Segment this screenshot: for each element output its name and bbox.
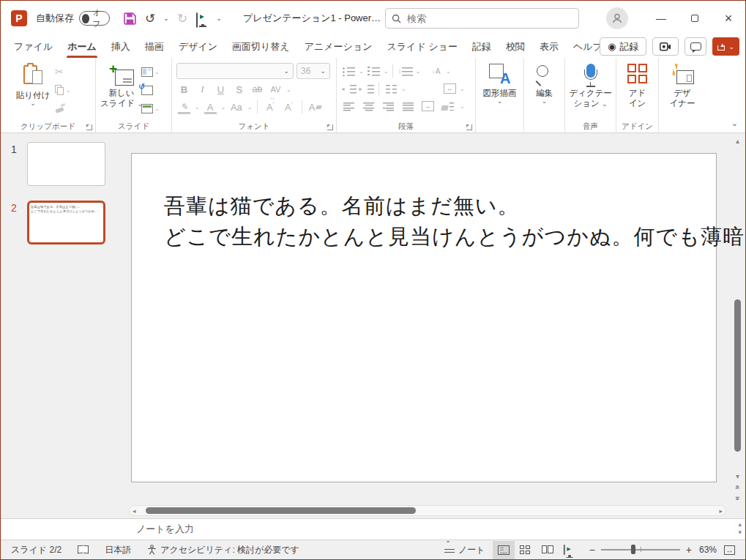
convert-smartart-button[interactable]	[440, 99, 455, 113]
copy-button[interactable]: ⌄	[55, 83, 71, 97]
align-text-button[interactable]	[442, 81, 458, 96]
align-left-button[interactable]	[341, 99, 357, 113]
strikethrough-button[interactable]: ab	[250, 82, 265, 97]
text-direction-button[interactable]: ↓A	[428, 64, 444, 78]
underline-button[interactable]: U	[213, 82, 228, 97]
format-painter-button[interactable]	[55, 101, 71, 116]
editing-button[interactable]: 編集 ⌄	[529, 62, 560, 104]
increase-font-button[interactable]: Aˆ	[263, 100, 278, 114]
vertical-scroll-thumb[interactable]	[734, 299, 741, 452]
change-case-button[interactable]: Aa	[228, 100, 244, 114]
slide-1-thumb[interactable]	[27, 142, 105, 186]
next-slide-button[interactable]: »	[732, 496, 743, 500]
tab-home[interactable]: ホーム	[60, 36, 104, 58]
numbering-button[interactable]	[366, 64, 381, 78]
slide-thumbnail-1[interactable]: 1	[1, 142, 123, 186]
previous-slide-button[interactable]: «	[732, 485, 743, 489]
normal-view-button[interactable]	[493, 541, 515, 559]
font-name-combo[interactable]: ⌄	[176, 63, 294, 79]
reset-slide-button[interactable]	[141, 83, 160, 97]
tab-transitions[interactable]: 画面切り替え	[225, 36, 297, 58]
highlight-color-button[interactable]: ✎	[176, 100, 192, 114]
bold-button[interactable]: B	[176, 82, 192, 97]
slide-sorter-view-button[interactable]	[515, 541, 537, 559]
notes-pane[interactable]: ノートを入力 ▴ ▾	[1, 518, 745, 540]
scroll-left-icon[interactable]: ◂	[133, 507, 140, 515]
font-dialog-launcher-icon[interactable]	[327, 124, 333, 130]
notes-placeholder[interactable]: ノートを入力	[136, 523, 194, 536]
close-button[interactable]: ×	[712, 1, 745, 36]
decrease-font-button[interactable]: Aˇ	[281, 100, 296, 114]
slide-thumbnail-2[interactable]: 2 吾輩は猫である。名前はまだ無い。 どこで生れたかとんと見当けんとうがつかぬ。…	[1, 201, 123, 244]
toggle-notes-button[interactable]: ノート	[437, 541, 493, 559]
save-button[interactable]	[120, 8, 139, 29]
slide-layout-button[interactable]: ⌄	[141, 64, 160, 79]
italic-button[interactable]: I	[195, 82, 210, 97]
tab-insert[interactable]: 挿入	[104, 36, 138, 58]
font-size-combo[interactable]: 36⌄	[296, 63, 330, 79]
clear-formatting-button[interactable]: A	[307, 100, 323, 114]
fit-slide-to-window-button[interactable]	[724, 545, 735, 555]
undo-button[interactable]: ↺	[141, 8, 160, 29]
tab-record[interactable]: 記録	[465, 36, 499, 58]
zoom-out-button[interactable]: −	[589, 544, 595, 556]
undo-dropdown[interactable]: ⌄	[161, 8, 171, 29]
horizontal-scroll-thumb[interactable]	[146, 507, 416, 514]
scroll-down-icon[interactable]: ▾	[736, 471, 739, 482]
cameo-camera-button[interactable]	[652, 37, 679, 56]
section-button[interactable]: ⌄	[141, 101, 160, 116]
accessibility-status[interactable]: アクセシビリティ: 検討が必要です	[147, 544, 299, 556]
comments-button[interactable]	[685, 37, 706, 56]
designer-button[interactable]: デザ イナー	[664, 62, 701, 108]
vertical-scroll-track[interactable]	[732, 146, 743, 471]
text-shadow-button[interactable]: S	[231, 82, 247, 97]
decrease-indent-button[interactable]: ◂	[341, 81, 357, 96]
slide-canvas[interactable]: 吾輩は猫である。名前はまだ無い。 どこで生れたかとんと見当けんとうがつかぬ。何で…	[131, 153, 717, 482]
clipboard-dialog-launcher-icon[interactable]	[86, 124, 92, 130]
slide-2-thumb[interactable]: 吾輩は猫である。名前はまだ無い。 どこで生れたかとんと見当けんとうがつかぬ。何で…	[27, 201, 105, 244]
tab-slideshow[interactable]: スライド ショー	[379, 36, 464, 58]
columns-button[interactable]	[384, 81, 399, 96]
slide-indicator[interactable]: スライド 2/2	[11, 544, 61, 556]
cut-button[interactable]: ✂	[55, 64, 71, 79]
horizontal-scrollbar[interactable]: ◂ ▸	[129, 505, 726, 516]
vertical-scrollbar[interactable]: ▴ ▾ « »	[732, 136, 743, 504]
bullets-button[interactable]	[341, 64, 357, 78]
slideshow-view-button[interactable]	[559, 541, 581, 559]
notes-scroll-up-icon[interactable]: ▴	[738, 520, 742, 529]
increase-indent-button[interactable]: ▸	[359, 81, 374, 96]
shape-format-button[interactable]: A 図形描画 ⌄	[480, 62, 519, 104]
justify-button[interactable]	[400, 99, 416, 113]
tab-animations[interactable]: アニメーション	[297, 36, 380, 58]
maximize-button[interactable]	[678, 1, 712, 36]
spellcheck-button[interactable]	[78, 545, 89, 554]
zoom-slider[interactable]	[601, 549, 680, 550]
zoom-in-button[interactable]: +	[686, 544, 692, 556]
tab-file[interactable]: ファイル	[7, 36, 60, 58]
distribute-button[interactable]	[420, 99, 436, 113]
account-button[interactable]	[606, 7, 628, 29]
character-spacing-button[interactable]: AV	[268, 82, 283, 97]
paragraph-dialog-launcher-icon[interactable]	[466, 124, 472, 130]
tab-design[interactable]: デザイン	[171, 36, 225, 58]
dictate-button[interactable]: ディクテー ション ⌄	[569, 62, 612, 108]
zoom-slider-thumb[interactable]	[631, 545, 635, 554]
search-box[interactable]	[385, 8, 579, 29]
scroll-right-icon[interactable]: ▸	[715, 507, 723, 515]
horizontal-scroll-track[interactable]	[140, 507, 715, 514]
zoom-percentage[interactable]: 63%	[692, 545, 717, 555]
tab-review[interactable]: 校閲	[499, 36, 532, 58]
reading-view-button[interactable]	[537, 541, 559, 559]
minimize-button[interactable]: —	[644, 1, 678, 36]
scroll-up-icon[interactable]: ▴	[736, 136, 739, 146]
record-button[interactable]: ◉ 記録	[600, 37, 646, 56]
align-right-button[interactable]	[381, 99, 396, 113]
language-indicator[interactable]: 日本語	[105, 544, 131, 556]
customize-qat-button[interactable]: ⌄	[214, 8, 224, 29]
autosave-toggle[interactable]: オフ	[79, 11, 110, 26]
redo-button[interactable]: ↻	[173, 8, 192, 29]
search-input[interactable]	[407, 13, 572, 24]
line-spacing-button[interactable]: ↕	[398, 64, 413, 78]
start-slideshow-button[interactable]	[193, 8, 212, 29]
notes-scroll-arrows[interactable]: ▴ ▾	[738, 520, 742, 537]
